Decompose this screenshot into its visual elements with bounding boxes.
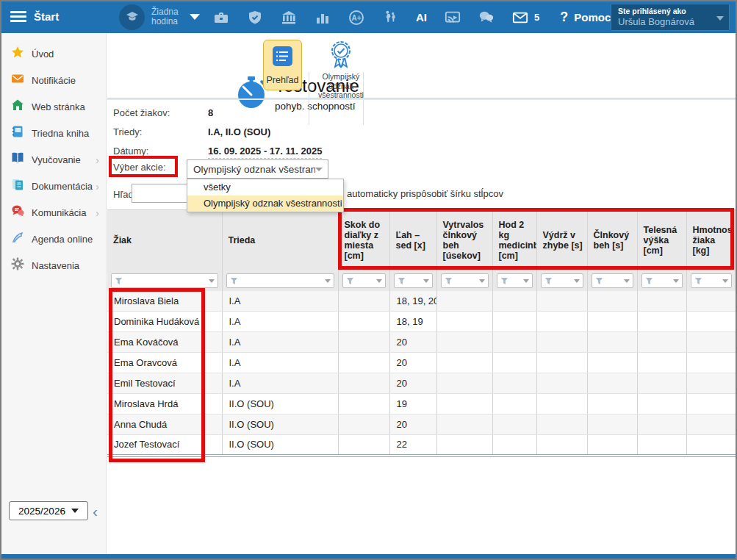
dropdown-option-vsetky[interactable]: všetky [187,179,343,195]
info-value-triedy: I.A, II.O (SOU) [208,126,270,137]
start-button[interactable]: Štart [34,10,59,23]
table-row[interactable]: Jozef TestovacíII.O (SOU)22 [107,435,736,456]
info-label-pocet-ziakov: Počet žiakov: [113,107,170,118]
cell-lah-sed: 20 [389,414,436,435]
filter-vytrvalostny-beh[interactable] [441,273,489,288]
lesson-dropdown-caret-icon[interactable] [190,14,200,20]
col-header-vytrvalostny-beh[interactable]: Vytrvalos člnkový beh [úsekov] [436,210,492,271]
login-name: Uršula Bognárová [618,16,713,27]
col-header-hod-medicinbalom[interactable]: Hod 2 kg medicinb [cm] [492,210,536,271]
module-header: Testovanie pohyb. schopností [107,34,736,98]
current-lesson-button[interactable] [119,4,145,30]
cell-trieda: II.O (SOU) [222,435,338,456]
cell-ziak[interactable]: Emil Testovací [107,373,222,394]
cell-ziak[interactable]: Miroslava Biela [107,291,222,312]
notebook-icon [11,125,24,141]
sidebar-item-triedna-kniha[interactable]: Triedna kniha [1,120,106,146]
bar-chart-icon[interactable] [314,10,331,26]
question-icon[interactable]: ? [560,10,568,25]
chevron-down-icon [71,509,79,513]
tab-olympijsky-odznak[interactable]: Olympijský odznak všestrannosti [312,40,370,97]
cell-lah-sed: 22 [389,435,436,456]
col-header-vydrz-v-zhybe[interactable]: Výdrž v zhybe [s] [536,210,587,271]
page-subtitle: pohyb. schopností [275,101,356,112]
col-header-trieda[interactable]: Trieda [222,210,338,271]
filter-telesna-vyska[interactable] [641,273,683,288]
cell-lah-sed: 18, 19, 20 [389,291,436,312]
filter-skok[interactable] [342,273,386,288]
col-header-hmotnost[interactable]: Hmotnos žiaka [kg] [686,210,736,271]
ai-button[interactable]: AI [416,11,427,24]
filter-vydrz-v-zhybe[interactable] [541,273,583,288]
action-dropdown-panel: všetky Olympijský odznak všestrannosti [187,179,344,212]
envelope-icon[interactable] [512,10,528,26]
table-row[interactable]: Dominika HudákováI.A18, 19 [107,312,736,332]
sidebar-item-komunikacia[interactable]: Komunikácia › [1,199,106,226]
action-select-value: Olympijský odznak všestrannosti [187,164,315,175]
col-header-lah-sed[interactable]: Ľah – sed [x] [389,210,436,271]
walking-people-icon[interactable] [382,10,398,26]
chat-bubbles-icon[interactable] [478,10,495,26]
bank-icon[interactable] [281,10,297,26]
chat-icon [11,204,24,220]
chevron-down-icon [523,279,529,283]
dropdown-option-olympijsky[interactable]: Olympijský odznak všestrannosti [187,195,343,212]
chevron-down-icon [624,279,630,283]
cell-trieda: I.A [222,353,338,373]
sidebar-item-web-stranka[interactable]: Web stránka [1,93,106,120]
cell-ziak[interactable]: Miroslava Hrdá [107,394,222,414]
cell-ziak[interactable]: Ema Kováčová [107,332,222,353]
login-caption: Ste prihlásený ako [618,7,713,15]
sidebar-item-uvod[interactable]: Úvod [1,40,106,67]
sidebar-item-dokumentacia[interactable]: Dokumentácia › [1,173,106,199]
sidebar-item-nastavenia[interactable]: Nastavenia [1,252,106,279]
filter-hod-medicinbalom[interactable] [497,273,533,288]
filter-lah-sed[interactable] [394,273,433,288]
cell-lah-sed: 18, 19 [389,312,436,332]
school-year-value: 2025/2026 [18,506,65,517]
sidebar-item-vyucovanie[interactable]: Vyučovanie › [1,146,106,173]
funnel-icon [230,277,238,285]
cell-ziak[interactable]: Anna Chudá [107,414,222,435]
action-select-label: Výber akcie: [113,162,166,173]
cell-ziak[interactable]: Jozef Testovací [107,435,222,456]
cell-ziak[interactable]: Ema Oravcová [107,353,222,373]
briefcase-icon[interactable] [213,10,229,26]
table-row[interactable]: Miroslava HrdáII.O (SOU)19 [107,394,736,414]
tab-prehlad[interactable]: Prehľad [263,40,302,90]
logged-in-user-menu[interactable]: Ste prihlásený ako Uršula Bognárová [611,4,730,31]
table-row[interactable]: Anna ChudáII.O (SOU)20 [107,414,736,435]
topbar: Štart Žiadna hodina A+ [1,1,736,33]
filter-hmotnost[interactable] [691,273,732,288]
col-header-clnkovy-beh[interactable]: Člnkový beh [s] [587,210,637,271]
filter-ziak[interactable] [111,273,218,288]
school-year-select[interactable]: 2025/2026 [9,501,88,520]
sidebar-item-agenda-online[interactable]: Agenda online [1,226,106,252]
action-select[interactable]: Olympijský odznak všestrannosti [187,159,328,179]
envelope-icon [11,72,24,88]
filter-clnkovy-beh[interactable] [592,273,633,288]
filter-trieda[interactable] [226,273,334,288]
help-button[interactable]: Pomoc [574,11,611,24]
cell-ziak[interactable]: Dominika Hudáková [107,312,222,332]
app-window: Štart Žiadna hodina A+ [0,0,737,560]
sidebar-collapse-icon[interactable]: ‹ [93,503,98,520]
col-header-telesna-vyska[interactable]: Telesná výška [cm] [637,210,686,271]
a-plus-icon[interactable]: A+ [348,10,364,26]
sidebar-item-notifikacie[interactable]: Notifikácie [1,67,106,93]
table-row[interactable]: Miroslava BielaI.A18, 19, 20 [107,291,736,312]
chevron-down-icon [315,168,323,171]
cell-trieda: I.A [222,291,338,312]
chevron-right-icon: › [96,180,99,193]
table-row[interactable]: Ema KováčováI.A20 [107,332,736,353]
col-header-skok[interactable]: Skok do diaľky z miesta [cm] [338,210,389,271]
tab-label: Prehľad [267,75,299,85]
info-value-pocet-ziakov: 8 [208,107,213,118]
funnel-icon [398,277,406,285]
table-row[interactable]: Ema OravcováI.A20 [107,353,736,373]
col-header-ziak[interactable]: Žiak [107,210,222,271]
shield-check-icon[interactable] [247,10,263,26]
table-row[interactable]: Emil TestovacíI.A20 [107,373,736,394]
hamburger-menu-icon[interactable] [10,11,26,23]
cast-icon[interactable] [445,10,461,26]
